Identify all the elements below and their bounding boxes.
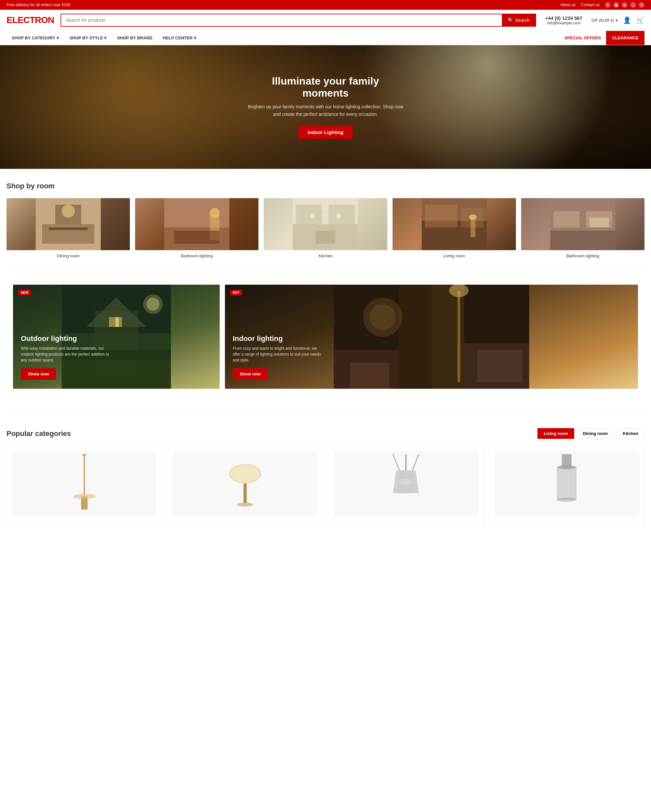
svg-point-23 (469, 214, 477, 220)
search-bar: 🔍 Search (61, 14, 536, 27)
contact-link[interactable]: Contact us (581, 3, 599, 7)
svg-rect-12 (296, 205, 322, 224)
hero-content: Illuminate your family moments Brighten … (241, 69, 410, 145)
svg-rect-20 (425, 205, 457, 227)
chevron-down-icon: ▾ (104, 35, 107, 40)
svg-line-63 (413, 454, 419, 470)
promo-btn-indoor[interactable]: Show now (233, 368, 268, 380)
promo-grid: NEW Outdoor lighting With easy installat… (6, 285, 645, 402)
contact-info: +44 (0) 1234 567 info@example.com (542, 15, 585, 25)
room-grid: Dining room Bedroom lighting (6, 198, 645, 258)
svg-point-3 (62, 205, 75, 218)
nav-item-category[interactable]: SHOP BY CATEGORY ▾ (6, 31, 64, 45)
nav-item-brand[interactable]: SHOP BY BRAND (112, 31, 157, 45)
room-img-dining (6, 198, 130, 250)
product-img-0 (12, 451, 157, 516)
svg-point-14 (310, 214, 315, 218)
svg-point-59 (237, 503, 253, 507)
room-card-dining[interactable]: Dining room (6, 198, 130, 258)
svg-rect-35 (116, 317, 119, 327)
search-button[interactable]: 🔍 Search (502, 14, 535, 26)
currency-selector[interactable]: GR (EUR €) ▾ (591, 18, 618, 23)
tab-kitchen[interactable]: Kitchen (616, 428, 645, 439)
nav-style-label: SHOP BY STYLE (69, 35, 103, 40)
room-label-bedroom: Bedroom lighting (135, 253, 258, 258)
svg-rect-28 (550, 230, 615, 250)
room-card-bedroom[interactable]: Bedroom lighting (135, 198, 258, 258)
search-icon: 🔍 (508, 18, 513, 23)
nav-item-style[interactable]: SHOP BY STYLE ▾ (64, 31, 112, 45)
room-card-living[interactable]: Living room (393, 198, 516, 258)
nav-brand-label: SHOP BY BRAND (117, 35, 152, 40)
product-card-3[interactable] (489, 446, 645, 525)
room-card-bathroom[interactable]: Bathroom lighting (521, 198, 645, 258)
product-card-2[interactable] (328, 446, 484, 525)
social-icons: f ◉ p ♪ 𝕏 (605, 2, 645, 8)
svg-point-16 (336, 214, 341, 218)
room-card-kitchen[interactable]: Kitchen (264, 198, 387, 258)
nav-item-special-offers[interactable]: SPECIAL OFFERS (559, 31, 606, 45)
svg-rect-4 (49, 227, 88, 230)
product-card-0[interactable] (6, 446, 162, 525)
top-banner: Free delivery for all orders over €100 A… (0, 0, 651, 10)
nav-left: SHOP BY CATEGORY ▾ SHOP BY STYLE ▾ SHOP … (6, 31, 202, 45)
tab-dining-room[interactable]: Dining room (577, 428, 614, 439)
nav-item-help[interactable]: HELP CENTER ▾ (157, 31, 202, 45)
product-img-2 (334, 451, 478, 516)
room-img-bathroom (521, 198, 645, 250)
hero-title: Illuminate your family moments (248, 75, 403, 99)
hero-subtitle: Brighten up your family moments with our… (248, 103, 403, 118)
popular-categories-section: Popular categories Living room Dining ro… (0, 415, 651, 539)
tiktok-icon[interactable]: ♪ (630, 2, 636, 8)
svg-point-64 (399, 479, 413, 485)
about-link[interactable]: About us (560, 3, 576, 7)
room-img-bedroom (135, 198, 258, 250)
svg-rect-17 (316, 230, 335, 244)
email-address: info@example.com (542, 21, 585, 25)
svg-rect-58 (243, 484, 247, 503)
hero-cta-button[interactable]: Indoor Lighting (298, 125, 353, 139)
cart-icon[interactable]: 🛒 (636, 16, 645, 24)
popular-header: Popular categories Living room Dining ro… (0, 428, 651, 446)
product-card-1[interactable] (167, 446, 323, 525)
search-input[interactable] (61, 14, 502, 26)
logo[interactable]: ELECTRON (6, 15, 54, 25)
promo-btn-outdoor[interactable]: Show now (21, 368, 56, 380)
products-grid (0, 446, 651, 539)
nav-item-clearance[interactable]: CLEARANCE (606, 31, 645, 45)
instagram-icon[interactable]: ◉ (613, 2, 619, 8)
delivery-text: Free delivery for all orders over €100 (6, 3, 70, 7)
twitter-icon[interactable]: 𝕏 (639, 2, 645, 8)
promo-badge-outdoor: NEW (18, 290, 31, 295)
room-label-living: Living room (393, 253, 516, 258)
room-label-dining: Dining room (6, 253, 130, 258)
nav-right: SPECIAL OFFERS CLEARANCE (559, 31, 645, 45)
svg-rect-9 (174, 230, 220, 244)
search-button-label: Search (515, 18, 530, 23)
svg-point-57 (231, 466, 260, 482)
currency-label: GR (EUR €) (591, 18, 614, 23)
nav-special-label: SPECIAL OFFERS (564, 35, 601, 40)
chevron-down-icon: ▾ (57, 35, 59, 40)
promo-content-indoor: Indoor lighting From cozy and warm to br… (233, 334, 324, 380)
facebook-icon[interactable]: f (605, 2, 611, 8)
account-icon[interactable]: 👤 (623, 16, 631, 24)
promo-card-outdoor[interactable]: NEW Outdoor lighting With easy installat… (13, 285, 220, 389)
pinterest-icon[interactable]: p (622, 2, 628, 8)
room-label-kitchen: Kitchen (264, 253, 387, 258)
svg-rect-13 (329, 205, 355, 224)
promo-card-indoor[interactable]: HOT Indoor lighting From cozy and warm t… (225, 285, 638, 389)
nav-clearance-label: CLEARANCE (612, 35, 639, 40)
svg-point-15 (323, 214, 328, 218)
nav-help-label: HELP CENTER (163, 35, 193, 40)
svg-rect-26 (553, 211, 579, 227)
svg-point-55 (73, 494, 96, 499)
svg-rect-29 (589, 218, 609, 227)
tab-living-room[interactable]: Living room (537, 428, 574, 439)
svg-point-49 (370, 304, 396, 330)
product-img-1 (173, 451, 317, 516)
room-img-living (393, 198, 516, 250)
svg-rect-66 (559, 469, 575, 498)
svg-rect-22 (470, 218, 475, 237)
promo-title-indoor: Indoor lighting (233, 334, 324, 343)
